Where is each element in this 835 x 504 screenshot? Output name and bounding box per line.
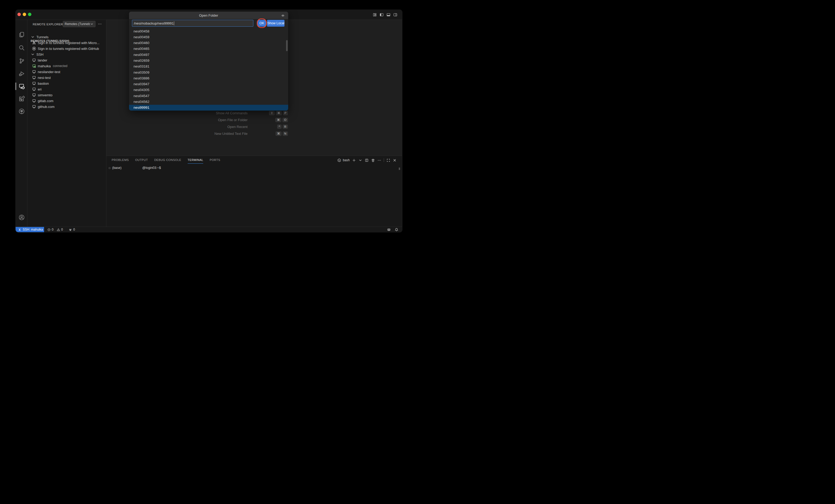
account-icon [19, 214, 25, 221]
show-local-button[interactable]: Show Local [267, 20, 285, 27]
folder-option-nesi04562[interactable]: nesi04562 [129, 99, 288, 104]
more-actions-button[interactable] [97, 21, 102, 27]
remote-label: SSH: mahuika [23, 228, 43, 231]
split-terminal-icon[interactable] [365, 158, 369, 162]
warning-icon [57, 228, 60, 231]
tree-item-label: Tunnels [36, 35, 48, 39]
shortcut-keys: ^R [252, 124, 288, 129]
activity-bar [16, 20, 27, 227]
tree-item-ssh[interactable]: SSH [27, 52, 106, 57]
remotes-view-dropdown[interactable]: Remotes (Tunnels [63, 21, 96, 27]
remotes-view-dropdown-label: Remotes (Tunnels [65, 22, 90, 26]
maximize-panel-icon[interactable] [386, 158, 390, 162]
key-chip: N [283, 132, 288, 136]
minimize-window-button[interactable] [23, 13, 26, 16]
activity-item-source-control[interactable] [16, 57, 27, 65]
customize-layout-icon[interactable] [373, 13, 377, 17]
github-icon [19, 108, 25, 115]
vm-icon [32, 76, 36, 80]
folder-option-nesi03886[interactable]: nesi03886 [129, 75, 288, 81]
eye-icon[interactable] [281, 13, 285, 17]
tree-item-sign-in-to-tunnels-registered-with-micro[interactable]: Sign in to tunnels registered with Micro… [27, 40, 106, 46]
remotes-tree: TunnelsSign in to tunnels registered wit… [27, 34, 106, 109]
panel-tab-output[interactable]: OUTPUT [135, 157, 148, 164]
vm-icon [32, 70, 36, 74]
activity-item-github[interactable] [16, 108, 27, 115]
shortcut-label: Open Recent [187, 125, 252, 129]
tree-item-label: mahuika [38, 64, 51, 68]
folder-option-nesi04305[interactable]: nesi04305 [129, 87, 288, 93]
tree-item-label: Sign in to tunnels registered with GitHu… [38, 47, 99, 51]
terminal-dropdown-icon[interactable] [359, 158, 362, 162]
tree-item-lander[interactable]: lander [27, 57, 106, 63]
activity-item-accounts[interactable] [16, 214, 27, 221]
vm-icon [32, 104, 36, 109]
tree-item-bastion[interactable]: bastion [27, 80, 106, 86]
tree-item-github-com[interactable]: github.com [27, 104, 106, 109]
zoom-window-button[interactable] [28, 13, 32, 16]
error-count: 0 [52, 228, 54, 231]
folder-option-nesi03947[interactable]: nesi03947 [129, 81, 288, 87]
folder-option-nesi00458[interactable]: nesi00458 [129, 28, 288, 34]
close-window-button[interactable] [17, 13, 21, 16]
scm-icon [19, 58, 25, 64]
panel-tab-problems[interactable]: PROBLEMS [111, 157, 129, 164]
shell-label[interactable]: bash [343, 158, 350, 162]
toggle-panel-icon[interactable] [386, 13, 391, 17]
tree-item-mahuika[interactable]: mahuikaconnected [27, 63, 106, 69]
activity-item-extensions[interactable] [16, 95, 27, 103]
tree-item-sign-in-to-tunnels-registered-with-github[interactable]: Sign in to tunnels registered with GitHu… [27, 46, 106, 52]
key-chip: R [283, 124, 288, 129]
new-terminal-icon[interactable] [352, 158, 356, 162]
tree-item-label: nesilander-test [38, 70, 60, 74]
panel-tab-ports[interactable]: PORTS [209, 157, 220, 164]
folder-path-input[interactable]: /nesi/nobackup/nesi99991 [132, 20, 253, 27]
terminal-more-icon[interactable] [378, 158, 381, 162]
activity-item-run-debug[interactable] [16, 70, 27, 77]
connection-status: connected [53, 64, 67, 68]
tree-item-nesilander-test[interactable]: nesilander-test [27, 69, 106, 75]
tree-item-eri[interactable]: eri [27, 86, 106, 92]
list-scrollbar[interactable] [286, 40, 288, 51]
folder-option-nesi02659[interactable]: nesi02659 [129, 58, 288, 63]
tree-item-simvemto[interactable]: simvemto [27, 92, 106, 98]
activity-item-explorer[interactable] [16, 31, 27, 38]
notifications-bell-icon[interactable] [394, 228, 399, 232]
tree-item-tunnels[interactable]: Tunnels [27, 34, 106, 40]
tree-item-label: nesi-test [38, 76, 51, 80]
folder-option-nesi03509[interactable]: nesi03509 [129, 69, 288, 75]
folder-option-nesi04547[interactable]: nesi04547 [129, 93, 288, 99]
terminal-env: (base) [112, 166, 121, 170]
remote-indicator[interactable]: SSH: mahuika [16, 227, 44, 232]
folder-option-nesi03181[interactable]: nesi03181 [129, 64, 288, 69]
vm-icon [32, 99, 36, 103]
folder-option-nesi00460[interactable]: nesi00460 [129, 40, 288, 46]
panel-tab-debug-console[interactable]: DEBUG CONSOLE [154, 157, 181, 164]
files-icon [19, 32, 25, 38]
panel-tab-terminal[interactable]: TERMINAL [188, 157, 203, 164]
toggle-secondary-sidebar-icon[interactable] [393, 13, 398, 17]
remote-icon [18, 228, 21, 231]
terminal-scrollbar[interactable] [399, 167, 400, 170]
problems-indicator[interactable]: 0 0 0 [47, 228, 75, 231]
tree-item-gitlab-com[interactable]: gitlab.com [27, 98, 106, 104]
shortcut-keys: ⌘O [252, 118, 288, 122]
github-icon [32, 46, 36, 51]
key-chip: ⌘ [276, 111, 282, 115]
folder-option-nesi00465[interactable]: nesi00465 [129, 46, 288, 52]
shortcut-keys: ⇧⌘P [252, 111, 288, 115]
folder-option-nesi00497[interactable]: nesi00497 [129, 52, 288, 58]
activity-item-remote-explorer[interactable] [16, 83, 27, 90]
vm-icon [32, 81, 36, 85]
key-chip: ⌘ [275, 118, 281, 122]
copilot-icon[interactable] [387, 228, 391, 232]
kill-terminal-icon[interactable] [371, 158, 375, 162]
tree-item-label: lander [38, 58, 47, 62]
close-panel-icon[interactable] [393, 158, 396, 162]
activity-item-search[interactable] [16, 44, 27, 52]
folder-option-nesi99991[interactable]: nesi99991 [129, 105, 288, 110]
vm-icon [32, 87, 36, 91]
toggle-primary-sidebar-icon[interactable] [380, 13, 384, 17]
tree-item-nesi-test[interactable]: nesi-test [27, 75, 106, 80]
folder-option-nesi00459[interactable]: nesi00459 [129, 34, 288, 40]
